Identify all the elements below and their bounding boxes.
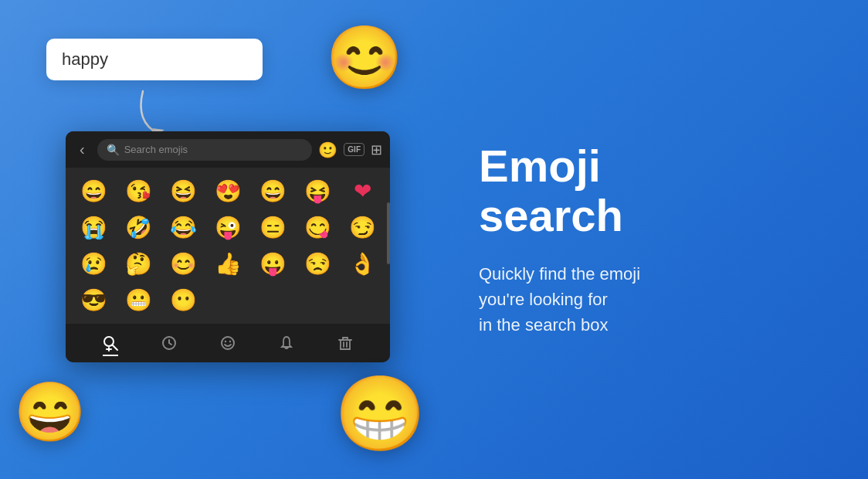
emoji-cell[interactable]: 😂 xyxy=(161,210,205,245)
search-card[interactable]: happy xyxy=(46,39,263,80)
subtext: Quickly find the emoji you're looking fo… xyxy=(479,261,822,338)
svg-point-7 xyxy=(225,341,226,342)
subtext-line2: you're looking for xyxy=(479,290,608,309)
nav-bell[interactable] xyxy=(272,331,301,355)
emoji-cell xyxy=(296,283,339,318)
left-section: happy ‹ 🔍 Search emojis 🙂 GIF ⊞ 😄 😘 😆 xyxy=(0,0,448,479)
emoji-cell xyxy=(206,283,249,318)
emoji-cell[interactable]: 😑 xyxy=(251,210,294,245)
emoji-cell[interactable]: 😎 xyxy=(72,283,115,318)
emoji-cell[interactable]: 😊 xyxy=(161,246,205,281)
emoji-cell xyxy=(251,283,294,318)
emoji-cell[interactable]: 😋 xyxy=(296,210,339,245)
emoji-cell[interactable]: 😬 xyxy=(117,283,160,318)
emoji-cell[interactable]: 😢 xyxy=(72,246,115,281)
emoji-cell[interactable]: 😄 xyxy=(251,174,294,209)
search-placeholder-text: Search emojis xyxy=(124,144,188,155)
emoji-cell[interactable]: 😶 xyxy=(161,283,205,318)
keyboard-panel: ‹ 🔍 Search emojis 🙂 GIF ⊞ 😄 😘 😆 😍 😄 😝 ❤ xyxy=(66,131,390,362)
emoji-button[interactable]: 🙂 xyxy=(318,141,337,159)
right-section: Emoji search Quickly find the emoji you'… xyxy=(448,0,868,479)
svg-point-8 xyxy=(229,341,231,342)
emoji-cell[interactable]: 😍 xyxy=(206,174,249,209)
emoji-cell[interactable]: 🤔 xyxy=(117,246,160,281)
nav-recent[interactable] xyxy=(154,331,184,355)
gif-button[interactable]: GIF xyxy=(344,143,364,156)
sticker-button[interactable]: ⊞ xyxy=(371,141,382,158)
subtext-line1: Quickly find the emoji xyxy=(479,264,640,284)
search-input-value: happy xyxy=(62,49,108,69)
back-button[interactable]: ‹ xyxy=(73,138,91,161)
svg-point-6 xyxy=(222,337,234,349)
emoji-cell[interactable]: 😒 xyxy=(296,246,339,281)
emoji-cell[interactable]: 👌 xyxy=(341,246,384,281)
emoji-grid: 😄 😘 😆 😍 😄 😝 ❤ 😭 🤣 😂 😜 😑 😋 😏 😢 🤔 😊 xyxy=(66,168,390,324)
emoji-cell[interactable]: ❤ xyxy=(341,174,384,209)
nav-emoji[interactable] xyxy=(213,331,242,355)
scroll-indicator xyxy=(387,202,390,264)
emoji-cell[interactable]: 🤣 xyxy=(117,210,160,245)
headline-line2: search xyxy=(479,190,623,240)
keyboard-toolbar: ‹ 🔍 Search emojis 🙂 GIF ⊞ xyxy=(66,131,390,168)
emoji-cell[interactable]: 😝 xyxy=(296,174,339,209)
subtext-line3: in the search box xyxy=(479,315,609,335)
emoji-cell[interactable]: 😏 xyxy=(341,210,384,245)
decorative-emoji-bottom-right: 😁 xyxy=(334,371,426,457)
headline-line1: Emoji xyxy=(479,141,601,191)
emoji-cell[interactable]: 😜 xyxy=(206,210,249,245)
emoji-cell[interactable]: 😛 xyxy=(251,246,294,281)
svg-line-2 xyxy=(113,345,118,351)
nav-search[interactable] xyxy=(96,331,125,355)
emoji-search-bar[interactable]: 🔍 Search emojis xyxy=(97,139,313,161)
emoji-cell[interactable]: 👍 xyxy=(206,246,249,281)
decorative-emoji-top: 😊 xyxy=(326,22,403,94)
emoji-cell[interactable]: 😄 xyxy=(72,174,115,209)
headline: Emoji search xyxy=(479,141,822,240)
emoji-cell[interactable]: 😭 xyxy=(72,210,115,245)
keyboard-bottom-nav xyxy=(66,324,390,362)
decorative-emoji-bottom-left: 😄 xyxy=(14,379,86,447)
nav-delete[interactable] xyxy=(331,331,360,355)
search-icon: 🔍 xyxy=(107,144,120,156)
emoji-cell[interactable]: 😆 xyxy=(161,174,205,209)
emoji-cell[interactable]: 😘 xyxy=(117,174,160,209)
emoji-cell xyxy=(341,283,384,318)
